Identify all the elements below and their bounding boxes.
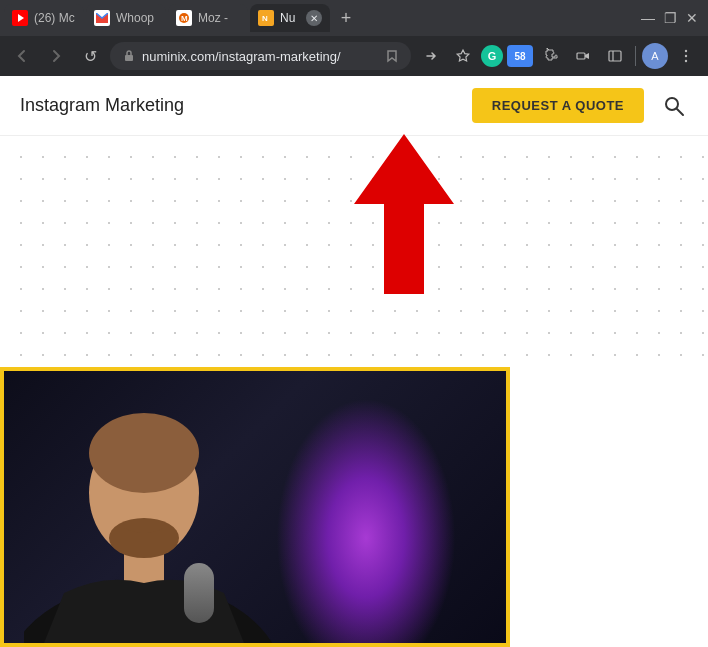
browser-chrome: (26) Mc Whoop M Moz - N Nu ✕ + — ❐ ✕ [0,0,708,76]
tab-active-label: Nu [280,11,295,25]
tab-mozilla-label: Moz - [198,11,228,25]
tab-close-button[interactable]: ✕ [306,10,322,26]
svg-rect-6 [577,53,585,59]
extension-badge-icon[interactable]: 58 [507,45,533,67]
share-icon[interactable] [417,42,445,70]
tab-gmail[interactable]: Whoop [86,4,166,32]
tab-youtube-label: (26) Mc [34,11,75,25]
svg-text:M: M [181,14,188,23]
tab-bar: (26) Mc Whoop M Moz - N Nu ✕ + — ❐ ✕ [0,0,708,36]
nav-right: REQUEST A QUOTE [472,88,688,123]
nav-title: Instagram Marketing [20,95,184,116]
svg-point-19 [109,518,179,558]
maximize-button[interactable]: ❐ [662,10,678,26]
browser-toolbar: ↺ numinix.com/instagram-marketing/ G 58 [0,36,708,76]
star-icon[interactable] [449,42,477,70]
page-content: Instagram Marketing REQUEST A QUOTE [0,76,708,647]
svg-point-10 [685,55,687,57]
lock-icon [122,49,136,63]
grammarly-extension-icon[interactable]: G [481,45,503,67]
chrome-menu-icon[interactable] [672,42,700,70]
microphone [184,563,214,623]
minimize-button[interactable]: — [640,10,656,26]
red-arrow-annotation [344,134,464,298]
mozilla-favicon: M [176,10,192,26]
svg-rect-5 [125,55,133,61]
new-tab-button[interactable]: + [332,4,360,32]
svg-point-17 [89,413,199,493]
user-avatar[interactable]: A [642,43,668,69]
search-icon [663,95,685,117]
person-figure [4,371,506,643]
svg-point-12 [666,98,678,110]
tab-youtube[interactable]: (26) Mc [4,4,84,32]
svg-point-11 [685,60,687,62]
person-silhouette [24,367,324,643]
extension-badge-count: 58 [514,51,525,62]
puzzle-extensions-icon[interactable] [537,42,565,70]
address-text: numinix.com/instagram-marketing/ [142,49,379,64]
svg-marker-14 [354,134,454,294]
media-icon[interactable] [569,42,597,70]
reload-button[interactable]: ↺ [76,42,104,70]
window-controls: — ❐ ✕ [640,10,704,26]
nu-favicon: N [258,10,274,26]
nav-bar: Instagram Marketing REQUEST A QUOTE [0,76,708,136]
search-button[interactable] [660,92,688,120]
speaker-image-section [0,367,510,647]
youtube-favicon [12,10,28,26]
sidebar-icon[interactable] [601,42,629,70]
tab-active[interactable]: N Nu ✕ [250,4,330,32]
gmail-favicon [94,10,110,26]
back-button[interactable] [8,42,36,70]
forward-button[interactable] [42,42,70,70]
tab-mozilla[interactable]: M Moz - [168,4,248,32]
address-bar[interactable]: numinix.com/instagram-marketing/ [110,42,411,70]
svg-text:N: N [262,14,268,23]
close-button[interactable]: ✕ [684,10,700,26]
bookmark-icon[interactable] [385,49,399,63]
svg-line-13 [677,109,683,115]
svg-point-9 [685,50,687,52]
toolbar-separator [635,46,636,66]
tab-gmail-label: Whoop [116,11,154,25]
svg-marker-0 [18,14,24,22]
toolbar-right: G 58 A [417,42,700,70]
request-quote-button[interactable]: REQUEST A QUOTE [472,88,644,123]
svg-rect-7 [609,51,621,61]
